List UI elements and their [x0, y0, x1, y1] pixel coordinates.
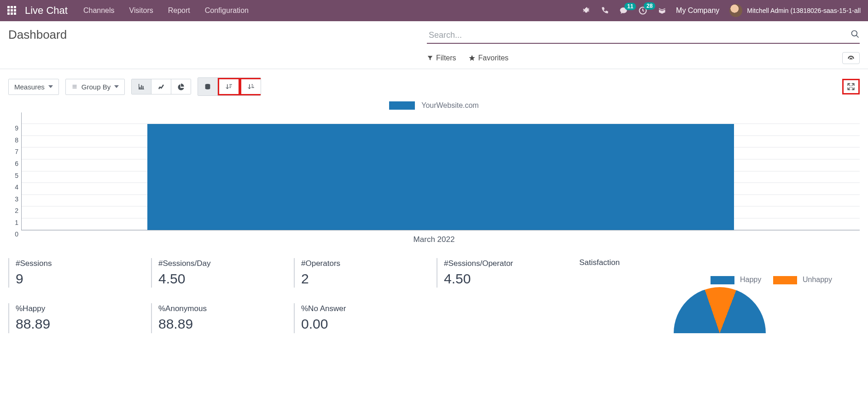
- stat-card: #Sessions/Operator4.50: [437, 258, 575, 288]
- sort-asc-button[interactable]: [240, 78, 261, 95]
- satisfaction-title: Satisfaction: [579, 258, 860, 267]
- y-tick: 7: [15, 148, 18, 155]
- stat-label: #Sessions: [16, 259, 146, 268]
- nav-links: Channels Visitors Report Configuration: [83, 6, 249, 15]
- groupby-label: Group By: [82, 83, 111, 91]
- stat-label: %Anonymous: [158, 304, 289, 313]
- chart-stacked-button[interactable]: [198, 78, 218, 95]
- groupby-button[interactable]: Group By: [65, 79, 125, 95]
- y-tick: 1: [15, 219, 18, 226]
- chart-mode-group: [198, 77, 261, 96]
- filters-button[interactable]: Filters: [427, 52, 456, 64]
- chart-type-bar[interactable]: [132, 79, 151, 94]
- nav-link-configuration[interactable]: Configuration: [205, 6, 249, 15]
- stat-value: 88.89: [16, 316, 146, 332]
- y-tick: 3: [15, 195, 18, 203]
- y-tick: 9: [15, 124, 18, 132]
- sort-desc-icon: [225, 83, 233, 90]
- line-chart-icon: [157, 83, 165, 90]
- stat-label: %Happy: [16, 304, 146, 313]
- y-tick: 4: [15, 183, 18, 191]
- page-title: Dashboard: [8, 28, 67, 42]
- caret-down-icon: [48, 85, 53, 88]
- top-navbar: Live Chat Channels Visitors Report Confi…: [0, 0, 868, 21]
- stat-value: 0.00: [301, 316, 432, 332]
- star-icon: [468, 54, 476, 62]
- pie-legend-label-happy: Happy: [740, 276, 761, 284]
- pie-legend: Happy Unhappy: [579, 276, 860, 284]
- chart-legend: YourWebsite.com: [8, 101, 860, 110]
- phone-icon[interactable]: [600, 6, 609, 15]
- filter-icon: [427, 55, 433, 61]
- avatar: [729, 4, 742, 17]
- favorites-button[interactable]: Favorites: [468, 52, 509, 64]
- stat-label: #Sessions/Operator: [444, 259, 575, 268]
- nav-link-report[interactable]: Report: [168, 6, 190, 15]
- chart-type-pie[interactable]: [171, 79, 191, 94]
- bar-chart-icon: [137, 83, 146, 90]
- y-tick: 8: [15, 136, 18, 144]
- activities-icon[interactable]: 28: [638, 6, 647, 15]
- satisfaction-pie: [674, 287, 766, 333]
- nav-link-channels[interactable]: Channels: [83, 6, 115, 15]
- bar-chart: 0123456789: [8, 112, 860, 230]
- activities-badge: 28: [644, 2, 655, 10]
- pie-legend-label-unhappy: Unhappy: [803, 276, 832, 284]
- sort-desc-button[interactable]: [218, 78, 240, 95]
- stat-card: %Happy88.89: [8, 303, 146, 333]
- messages-icon[interactable]: 11: [619, 6, 628, 15]
- x-axis-label: March 2022: [8, 235, 860, 244]
- stack-icon: [204, 83, 212, 90]
- stat-value: 4.50: [444, 271, 575, 287]
- stat-value: 88.89: [158, 316, 289, 332]
- caret-down-icon: [114, 85, 119, 88]
- stat-label: #Sessions/Day: [158, 259, 289, 268]
- expand-icon: [846, 82, 856, 91]
- y-tick: 0: [15, 230, 18, 238]
- legend-label: YourWebsite.com: [421, 101, 479, 109]
- measures-button[interactable]: Measures: [8, 79, 59, 95]
- stats-grid: #Sessions9#Sessions/Day4.50#Operators2#S…: [8, 258, 575, 333]
- dashboard-icon: [846, 54, 856, 62]
- search-icon[interactable]: [851, 29, 860, 39]
- company-selector[interactable]: My Company: [676, 6, 719, 15]
- stats-section: #Sessions9#Sessions/Day4.50#Operators2#S…: [0, 244, 868, 333]
- stat-card: %No Answer0.00: [294, 303, 432, 333]
- satisfaction-panel: Satisfaction Happy Unhappy: [579, 258, 860, 333]
- sort-asc-icon: [247, 83, 255, 90]
- stat-label: #Operators: [301, 259, 432, 268]
- bar[interactable]: [147, 124, 734, 230]
- list-icon: [71, 84, 78, 89]
- nav-link-visitors[interactable]: Visitors: [129, 6, 153, 15]
- stat-card: #Sessions9: [8, 258, 146, 288]
- user-menu[interactable]: Mitchell Admin (13818026-saas-15-1-all: [729, 4, 861, 17]
- stat-value: 2: [301, 271, 432, 287]
- view-switcher-dashboard[interactable]: [842, 52, 860, 64]
- stat-card: #Sessions/Day4.50: [151, 258, 289, 288]
- y-tick: 2: [15, 207, 18, 214]
- app-brand[interactable]: Live Chat: [25, 5, 68, 17]
- plot-area: [21, 112, 860, 230]
- pie-chart-icon: [177, 83, 185, 90]
- search-input[interactable]: [427, 28, 860, 44]
- stat-card: #Operators2: [294, 258, 432, 288]
- apps-menu-icon[interactable]: [7, 6, 17, 15]
- debug-icon[interactable]: [582, 6, 590, 15]
- svg-point-1: [852, 31, 857, 36]
- legend-swatch: [389, 101, 415, 110]
- stat-card: %Anonymous88.89: [151, 303, 289, 333]
- filters-label: Filters: [436, 54, 456, 62]
- graph-toolbar: Measures Group By: [0, 69, 868, 100]
- y-tick: 5: [15, 172, 18, 179]
- chart-type-group: [131, 79, 191, 94]
- support-icon[interactable]: [658, 6, 666, 15]
- messages-badge: 11: [624, 3, 636, 10]
- expand-button[interactable]: [842, 79, 860, 94]
- stat-value: 9: [16, 271, 146, 287]
- chart-type-line[interactable]: [151, 79, 171, 94]
- y-tick: 6: [15, 160, 18, 167]
- pie-legend-swatch-unhappy: [773, 276, 797, 284]
- stat-value: 4.50: [158, 271, 289, 287]
- favorites-label: Favorites: [478, 54, 509, 62]
- pie-legend-swatch-happy: [711, 276, 734, 284]
